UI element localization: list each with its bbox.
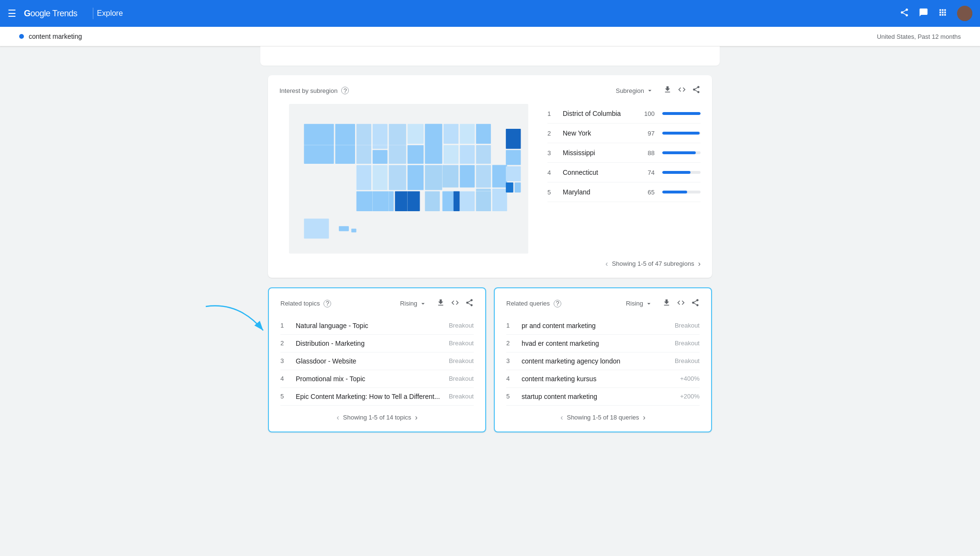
svg-rect-11: [372, 165, 387, 190]
rank-bar: [662, 132, 701, 135]
svg-rect-3: [356, 124, 371, 164]
rank-num: 4: [547, 169, 555, 176]
rank-num: 1: [547, 110, 555, 117]
svg-rect-19: [460, 145, 475, 164]
ranking-item: 2 New York 97: [547, 124, 701, 143]
topic-badge: Breakout: [449, 375, 474, 382]
rank-bar-fill: [662, 171, 690, 174]
search-strip: content marketing United States, Past 12…: [0, 27, 980, 46]
queries-next[interactable]: ›: [643, 413, 646, 422]
svg-rect-41: [339, 226, 349, 231]
topics-header: Related topics ? Rising: [280, 298, 474, 309]
query-name[interactable]: content marketing agency london: [522, 357, 667, 365]
rank-bar-fill: [662, 151, 696, 154]
svg-rect-38: [506, 182, 513, 193]
svg-rect-34: [476, 189, 491, 211]
topic-badge: Breakout: [449, 340, 474, 347]
share-icon[interactable]: [900, 8, 909, 20]
svg-rect-32: [492, 165, 507, 188]
subregion-pagination: ‹ Showing 1-5 of 47 subregions ›: [279, 254, 701, 268]
query-num: 3: [506, 357, 514, 364]
embed-icon[interactable]: [678, 85, 686, 96]
rank-bar: [662, 191, 701, 193]
download-icon[interactable]: [663, 85, 672, 96]
subregion-dropdown[interactable]: Subregion: [612, 85, 657, 96]
topic-name[interactable]: Distribution - Marketing: [296, 340, 441, 347]
topics-download-icon[interactable]: [436, 298, 445, 309]
queries-embed-icon[interactable]: [677, 298, 685, 309]
query-item: 3 content marketing agency london Breako…: [506, 352, 700, 370]
queries-header: Related queries ? Rising: [506, 298, 700, 309]
header: ☰ Google Trends Explore: [0, 0, 980, 27]
ranking-item: 3 Mississippi 88: [547, 143, 701, 163]
query-num: 4: [506, 375, 514, 382]
topics-prev[interactable]: ‹: [336, 413, 339, 422]
next-page-subregion[interactable]: ›: [698, 260, 701, 268]
subregion-help-icon[interactable]: ?: [341, 87, 349, 94]
topic-name[interactable]: Epic Content Marketing: How to Tell a Di…: [296, 393, 441, 400]
queries-pagination-text: Showing 1-5 of 18 queries: [567, 414, 639, 421]
queries-share-icon[interactable]: [691, 298, 700, 309]
svg-rect-17: [444, 145, 458, 164]
svg-rect-15: [425, 124, 442, 164]
queries-help-icon[interactable]: ?: [554, 300, 561, 307]
subregion-title-text: Interest by subregion: [279, 87, 337, 94]
topics-next[interactable]: ›: [415, 413, 417, 422]
topic-name[interactable]: Promotional mix - Topic: [296, 375, 441, 383]
svg-rect-8: [407, 145, 423, 164]
bottom-panels: Related topics ? Rising: [268, 287, 712, 432]
svg-rect-18: [460, 124, 475, 144]
query-num: 2: [506, 340, 514, 347]
topic-name[interactable]: Natural language - Topic: [296, 322, 441, 329]
apps-icon[interactable]: [938, 8, 947, 20]
svg-rect-29: [460, 191, 475, 211]
topic-badge: Breakout: [449, 357, 474, 364]
svg-rect-35: [506, 129, 521, 149]
query-item: 1 pr and content marketing Breakout: [506, 317, 700, 335]
share-subregion-icon[interactable]: [692, 85, 701, 96]
rank-score: 88: [641, 149, 655, 157]
comment-icon[interactable]: [919, 8, 928, 20]
search-term-display: content marketing: [19, 33, 82, 40]
svg-rect-1: [304, 124, 334, 164]
queries-list: 1 pr and content marketing Breakout 2 hv…: [506, 317, 700, 406]
rank-name: New York: [563, 129, 634, 137]
rank-bar-bg: [662, 191, 701, 193]
query-num: 5: [506, 393, 514, 400]
rank-score: 74: [641, 169, 655, 176]
topics-actions: Rising: [396, 298, 474, 309]
topics-dropdown[interactable]: Rising: [396, 298, 431, 309]
topics-title-text: Related topics: [280, 300, 320, 307]
interest-by-subregion-card: Interest by subregion ? Subregion: [268, 75, 712, 278]
menu-icon[interactable]: ☰: [8, 8, 16, 19]
rank-name: Connecticut: [563, 169, 634, 176]
queries-dropdown[interactable]: Rising: [622, 298, 657, 309]
topics-share-icon[interactable]: [465, 298, 474, 309]
svg-rect-12: [389, 165, 406, 190]
prev-page-subregion[interactable]: ‹: [605, 260, 608, 268]
avatar[interactable]: [957, 6, 972, 21]
svg-rect-42: [351, 228, 356, 232]
rank-name: Maryland: [563, 188, 634, 196]
explore-label: Explore: [97, 9, 123, 18]
svg-rect-5: [372, 150, 387, 164]
topics-help-icon[interactable]: ?: [323, 300, 331, 307]
svg-rect-31: [476, 165, 491, 188]
us-map: [279, 104, 538, 254]
topic-name[interactable]: Glassdoor - Website: [296, 357, 441, 365]
topic-num: 1: [280, 322, 288, 329]
topics-embed-icon[interactable]: [451, 298, 459, 309]
query-name[interactable]: pr and content marketing: [522, 322, 667, 329]
query-name[interactable]: content marketing kursus: [522, 375, 672, 383]
queries-prev[interactable]: ‹: [560, 413, 563, 422]
queries-actions: Rising: [622, 298, 700, 309]
rank-bar-fill: [662, 132, 700, 135]
query-item: 4 content marketing kursus +400%: [506, 370, 700, 388]
topic-badge: Breakout: [449, 322, 474, 329]
queries-pagination: ‹ Showing 1-5 of 18 queries ›: [506, 406, 700, 422]
svg-rect-25: [356, 191, 394, 211]
query-name[interactable]: hvad er content marketing: [522, 340, 667, 347]
svg-rect-40: [304, 219, 329, 239]
queries-download-icon[interactable]: [662, 298, 671, 309]
query-name[interactable]: startup content marketing: [522, 393, 672, 400]
